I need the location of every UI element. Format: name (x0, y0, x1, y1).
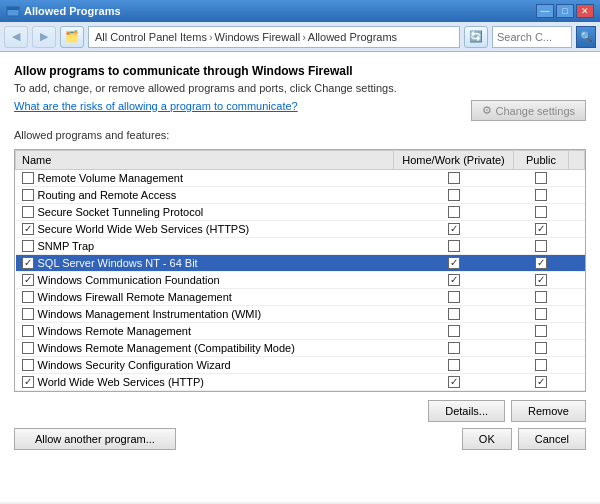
public-checkbox-cell[interactable] (514, 204, 569, 221)
private-checkbox-cell[interactable] (394, 323, 514, 340)
private-checkbox-cell[interactable] (394, 255, 514, 272)
private-checkbox[interactable] (448, 325, 460, 337)
program-name-cell[interactable]: Windows Remote Management (Compatibility… (16, 340, 394, 357)
public-checkbox-cell[interactable] (514, 289, 569, 306)
change-settings-button[interactable]: ⚙ Change settings (471, 100, 587, 121)
program-name-cell[interactable]: Secure Socket Tunneling Protocol (16, 204, 394, 221)
public-checkbox[interactable] (535, 240, 547, 252)
program-name-cell[interactable]: Windows Firewall Remote Management (16, 289, 394, 306)
program-checkbox[interactable] (22, 240, 34, 252)
public-checkbox[interactable] (535, 359, 547, 371)
public-checkbox[interactable] (535, 206, 547, 218)
public-checkbox[interactable] (535, 291, 547, 303)
public-checkbox[interactable] (535, 172, 547, 184)
private-checkbox[interactable] (448, 308, 460, 320)
public-checkbox-cell[interactable] (514, 255, 569, 272)
program-name-cell[interactable]: SQL Server Windows NT - 64 Bit (16, 255, 394, 272)
forward-button[interactable]: ▶ (32, 26, 56, 48)
private-checkbox-cell[interactable] (394, 170, 514, 187)
public-checkbox[interactable] (535, 342, 547, 354)
public-checkbox[interactable] (535, 325, 547, 337)
program-checkbox[interactable] (22, 308, 34, 320)
program-checkbox[interactable] (22, 257, 34, 269)
public-checkbox-cell[interactable] (514, 306, 569, 323)
program-name-cell[interactable]: Windows Communication Foundation (16, 272, 394, 289)
program-checkbox[interactable] (22, 189, 34, 201)
private-checkbox[interactable] (448, 172, 460, 184)
private-checkbox-cell[interactable] (394, 272, 514, 289)
col-header-public[interactable]: Public (514, 151, 569, 170)
private-checkbox[interactable] (448, 376, 460, 388)
refresh-button[interactable]: 🔄 (464, 26, 488, 48)
back-button[interactable]: ◀ (4, 26, 28, 48)
private-checkbox[interactable] (448, 240, 460, 252)
public-checkbox-cell[interactable] (514, 272, 569, 289)
minimize-button[interactable]: — (536, 4, 554, 18)
private-checkbox-cell[interactable] (394, 357, 514, 374)
program-checkbox[interactable] (22, 172, 34, 184)
public-checkbox[interactable] (535, 223, 547, 235)
path-part-3[interactable]: Allowed Programs (308, 31, 397, 43)
program-name-cell[interactable]: Windows Remote Management (16, 323, 394, 340)
program-checkbox[interactable] (22, 223, 34, 235)
close-button[interactable]: ✕ (576, 4, 594, 18)
private-checkbox[interactable] (448, 342, 460, 354)
program-checkbox[interactable] (22, 274, 34, 286)
public-checkbox-cell[interactable] (514, 340, 569, 357)
private-checkbox[interactable] (448, 189, 460, 201)
program-checkbox[interactable] (22, 291, 34, 303)
program-checkbox[interactable] (22, 325, 34, 337)
program-name-cell[interactable]: Secure World Wide Web Services (HTTPS) (16, 221, 394, 238)
program-name-cell[interactable]: Remote Volume Management (16, 170, 394, 187)
private-checkbox-cell[interactable] (394, 289, 514, 306)
program-checkbox[interactable] (22, 359, 34, 371)
private-checkbox[interactable] (448, 257, 460, 269)
program-checkbox[interactable] (22, 342, 34, 354)
col-header-name[interactable]: Name (16, 151, 394, 170)
details-button[interactable]: Details... (428, 400, 505, 422)
private-checkbox[interactable] (448, 206, 460, 218)
public-checkbox-cell[interactable] (514, 221, 569, 238)
path-part-1[interactable]: All Control Panel Items (95, 31, 207, 43)
program-name-cell[interactable]: Windows Security Configuration Wizard (16, 357, 394, 374)
program-name-cell[interactable]: SNMP Trap (16, 238, 394, 255)
public-checkbox-cell[interactable] (514, 170, 569, 187)
public-checkbox-cell[interactable] (514, 238, 569, 255)
private-checkbox-cell[interactable] (394, 187, 514, 204)
private-checkbox[interactable] (448, 223, 460, 235)
private-checkbox-cell[interactable] (394, 374, 514, 391)
program-checkbox[interactable] (22, 206, 34, 218)
private-checkbox-cell[interactable] (394, 340, 514, 357)
search-go-button[interactable]: 🔍 (576, 26, 596, 48)
remove-button[interactable]: Remove (511, 400, 586, 422)
cancel-button[interactable]: Cancel (518, 428, 586, 450)
private-checkbox-cell[interactable] (394, 221, 514, 238)
col-header-private[interactable]: Home/Work (Private) (394, 151, 514, 170)
public-checkbox[interactable] (535, 257, 547, 269)
public-checkbox[interactable] (535, 189, 547, 201)
private-checkbox[interactable] (448, 291, 460, 303)
private-checkbox-cell[interactable] (394, 204, 514, 221)
program-name-cell[interactable]: World Wide Web Services (HTTP) (16, 374, 394, 391)
search-input[interactable] (497, 31, 557, 43)
private-checkbox[interactable] (448, 274, 460, 286)
program-name-cell[interactable]: Windows Management Instrumentation (WMI) (16, 306, 394, 323)
public-checkbox-cell[interactable] (514, 374, 569, 391)
program-name-cell[interactable]: Routing and Remote Access (16, 187, 394, 204)
ok-button[interactable]: OK (462, 428, 512, 450)
folder-button[interactable]: 🗂️ (60, 26, 84, 48)
public-checkbox[interactable] (535, 274, 547, 286)
public-checkbox[interactable] (535, 376, 547, 388)
risks-link[interactable]: What are the risks of allowing a program… (14, 100, 298, 112)
private-checkbox[interactable] (448, 359, 460, 371)
allow-another-program-button[interactable]: Allow another program... (14, 428, 176, 450)
program-checkbox[interactable] (22, 376, 34, 388)
public-checkbox-cell[interactable] (514, 187, 569, 204)
private-checkbox-cell[interactable] (394, 306, 514, 323)
maximize-button[interactable]: □ (556, 4, 574, 18)
private-checkbox-cell[interactable] (394, 238, 514, 255)
path-part-2[interactable]: Windows Firewall (215, 31, 301, 43)
public-checkbox-cell[interactable] (514, 323, 569, 340)
public-checkbox-cell[interactable] (514, 357, 569, 374)
public-checkbox[interactable] (535, 308, 547, 320)
